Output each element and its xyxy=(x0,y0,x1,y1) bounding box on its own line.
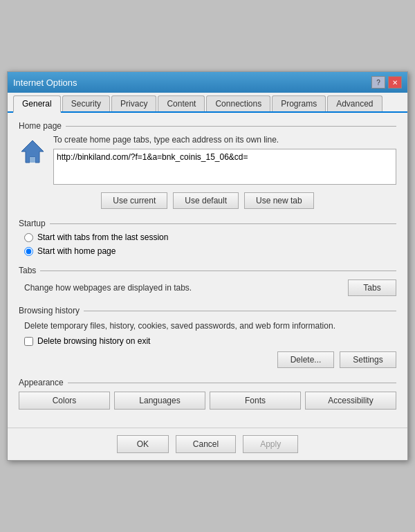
ok-button[interactable]: OK xyxy=(117,435,169,453)
startup-section: Startup Start with tabs from the last se… xyxy=(19,219,396,256)
startup-radio1[interactable] xyxy=(24,233,33,242)
tab-bar: General Security Privacy Content Connect… xyxy=(8,93,407,113)
tabs-section-title: Tabs xyxy=(19,266,396,275)
appearance-section: Appearance Colors Languages Fonts Access… xyxy=(19,378,396,410)
tab-connections[interactable]: Connections xyxy=(206,95,270,111)
tabs-row: Change how webpages are displayed in tab… xyxy=(19,279,396,296)
tab-programs[interactable]: Programs xyxy=(272,95,326,111)
tab-security[interactable]: Security xyxy=(62,95,110,111)
startup-option1[interactable]: Start with tabs from the last session xyxy=(24,232,396,242)
tab-advanced[interactable]: Advanced xyxy=(327,95,382,111)
appearance-btn-row: Colors Languages Fonts Accessibility xyxy=(19,392,396,410)
browsing-history-title: Browsing history xyxy=(19,306,396,315)
dialog-window: Internet Options ? ✕ General Security Pr… xyxy=(7,71,408,461)
colors-button[interactable]: Colors xyxy=(19,392,110,410)
delete-history-checkbox-row: Delete browsing history on exit xyxy=(19,336,396,346)
house-icon xyxy=(19,138,46,165)
home-page-section: Home page To create home page tabs, type… xyxy=(19,121,396,209)
title-bar-text: Internet Options xyxy=(13,77,77,88)
main-content: Home page To create home page tabs, type… xyxy=(8,113,407,428)
appearance-title: Appearance xyxy=(19,378,396,387)
delete-button[interactable]: Delete... xyxy=(277,351,334,368)
home-page-desc: To create home page tabs, type each addr… xyxy=(53,135,396,145)
cancel-button[interactable]: Cancel xyxy=(176,435,236,453)
tabs-settings-button[interactable]: Tabs xyxy=(348,279,396,296)
startup-option2[interactable]: Start with home page xyxy=(24,246,396,256)
tabs-section: Tabs Change how webpages are displayed i… xyxy=(19,266,396,296)
home-page-right: To create home page tabs, type each addr… xyxy=(53,135,396,187)
browsing-history-section: Browsing history Delete temporary files,… xyxy=(19,306,396,368)
tab-general[interactable]: General xyxy=(13,95,61,113)
delete-history-label: Delete browsing history on exit xyxy=(37,336,150,346)
home-page-url-input[interactable] xyxy=(53,149,396,185)
apply-button[interactable]: Apply xyxy=(243,435,298,453)
use-new-tab-button[interactable]: Use new tab xyxy=(244,192,314,209)
fonts-button[interactable]: Fonts xyxy=(210,392,301,410)
accessibility-button[interactable]: Accessibility xyxy=(305,392,396,410)
close-button[interactable]: ✕ xyxy=(388,76,402,89)
home-page-title: Home page xyxy=(19,121,396,131)
delete-history-checkbox[interactable] xyxy=(24,337,33,346)
tabs-description: Change how webpages are displayed in tab… xyxy=(24,283,192,293)
home-page-btn-row: Use current Use default Use new tab xyxy=(19,192,396,209)
tab-privacy[interactable]: Privacy xyxy=(111,95,156,111)
title-bar-controls: ? ✕ xyxy=(371,76,402,89)
startup-radio-group: Start with tabs from the last session St… xyxy=(19,232,396,256)
browsing-settings-button[interactable]: Settings xyxy=(340,351,396,368)
startup-title: Startup xyxy=(19,219,396,228)
startup-radio2[interactable] xyxy=(24,247,33,256)
languages-button[interactable]: Languages xyxy=(114,392,205,410)
use-default-button[interactable]: Use default xyxy=(173,192,239,209)
use-current-button[interactable]: Use current xyxy=(101,192,167,209)
home-page-body: To create home page tabs, type each addr… xyxy=(19,135,396,187)
help-button[interactable]: ? xyxy=(371,76,385,89)
browsing-history-btn-row: Delete... Settings xyxy=(19,351,396,368)
browsing-history-desc: Delete temporary files, history, cookies… xyxy=(19,320,396,332)
svg-rect-1 xyxy=(30,157,35,163)
tab-content[interactable]: Content xyxy=(158,95,205,111)
bottom-bar: OK Cancel Apply xyxy=(8,428,407,460)
title-bar: Internet Options ? ✕ xyxy=(8,72,407,93)
